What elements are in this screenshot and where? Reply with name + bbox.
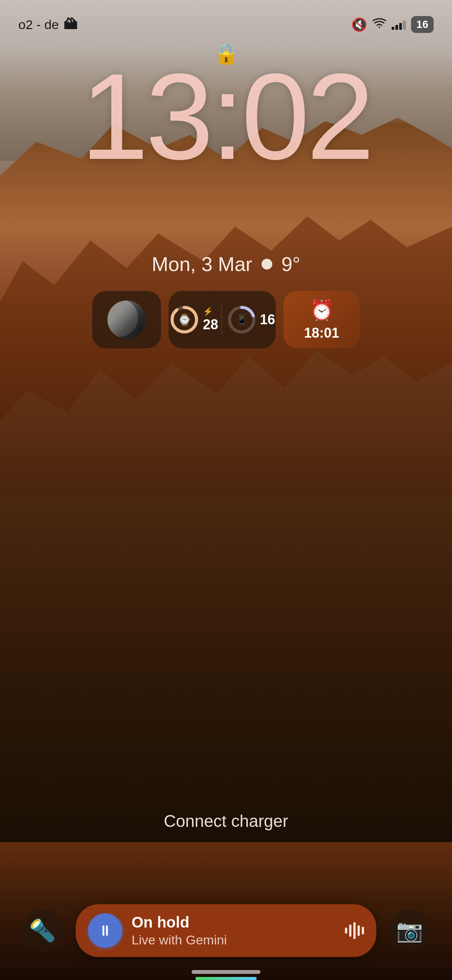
wifi-icon	[372, 18, 386, 31]
battery-level: 16	[416, 18, 428, 31]
date-weather: Mon, 3 Mar 9°	[0, 253, 452, 276]
activity-widget[interactable]: ⌚ ⚡ 28 📱 16	[169, 291, 276, 348]
activity-value: 28	[203, 317, 218, 333]
flashlight-button[interactable]: 🔦	[21, 910, 63, 952]
battery-indicator: 16	[411, 16, 434, 33]
pause-button[interactable]: ⏸	[88, 913, 122, 948]
now-playing-app: Live with Gemini	[132, 933, 336, 947]
connect-charger-text: Connect charger	[0, 812, 452, 831]
battery-value: 16	[260, 312, 275, 328]
pause-icon: ⏸	[98, 923, 112, 939]
watch-ring: ⌚	[169, 304, 200, 335]
alarm-widget[interactable]: ⏰ 18:01	[283, 291, 360, 348]
now-playing-widget[interactable]: ⏸ On hold Live with Gemini	[76, 904, 376, 957]
charge-bar	[195, 977, 257, 980]
widgets-row: ⌚ ⚡ 28 📱 16 ⏰ 18:01	[92, 291, 360, 348]
moon-shape	[107, 301, 146, 339]
activity-text: ⚡ 28	[203, 307, 218, 333]
rock-layer-4	[0, 498, 452, 842]
carrier-name: o2 - de	[18, 17, 59, 32]
clock-time: 13:02	[0, 61, 452, 172]
activity-lightning: ⚡	[203, 307, 218, 317]
watch-icon: ⌚	[178, 314, 191, 326]
flashlight-icon: 🔦	[29, 918, 56, 943]
date-text: Mon, 3 Mar	[152, 253, 252, 276]
phone-ring: 📱	[226, 304, 257, 335]
battery-section: 📱 16	[221, 304, 275, 335]
now-playing-title: On hold	[132, 914, 336, 931]
gallery-icon: 🏔	[63, 16, 77, 33]
phone-icon: 📱	[236, 314, 247, 325]
camera-icon: 📷	[396, 918, 423, 943]
home-indicator[interactable]	[192, 970, 260, 974]
bottom-bar: 🔦 ⏸ On hold Live with Gemini 📷	[0, 904, 452, 957]
time-display: 13:02	[0, 61, 452, 172]
signal-bars	[392, 19, 406, 30]
alarm-time: 18:01	[304, 325, 339, 341]
mute-icon: 🔇	[351, 17, 367, 32]
temperature-text: 9°	[281, 253, 301, 276]
moon-phase-widget[interactable]	[92, 291, 161, 348]
camera-button[interactable]: 📷	[389, 910, 431, 952]
carrier-info: o2 - de 🏔	[18, 16, 77, 33]
waveform-icon	[345, 921, 364, 940]
alarm-icon: ⏰	[309, 299, 334, 322]
now-playing-info: On hold Live with Gemini	[132, 914, 336, 947]
status-icons: 🔇 16	[351, 16, 434, 33]
weather-icon	[262, 259, 272, 270]
status-bar: o2 - de 🏔 🔇 16	[0, 0, 452, 38]
